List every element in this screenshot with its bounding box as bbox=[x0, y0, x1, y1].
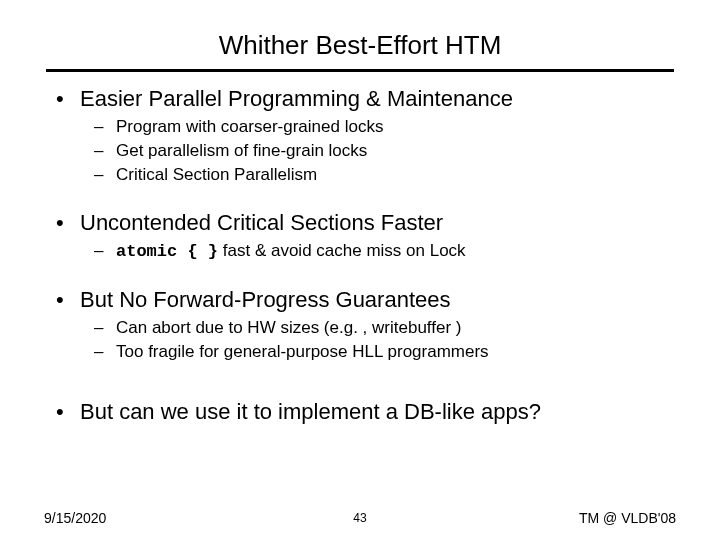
sub-bullet-text: atomic { } fast & avoid cache miss on Lo… bbox=[116, 240, 466, 263]
bullet-glyph: • bbox=[56, 86, 80, 112]
bullet-item: • But can we use it to implement a DB-li… bbox=[56, 399, 664, 425]
sub-bullet-item: – Critical Section Parallelism bbox=[94, 164, 664, 186]
sub-bullet-glyph: – bbox=[94, 116, 116, 138]
sub-bullet-glyph: – bbox=[94, 240, 116, 262]
bullet-item: • Easier Parallel Programming & Maintena… bbox=[56, 86, 664, 186]
footer-page: 43 bbox=[353, 511, 366, 525]
sub-bullet-rest: fast & avoid cache miss on Lock bbox=[218, 241, 466, 260]
sub-bullet-glyph: – bbox=[94, 341, 116, 363]
bullet-list-level1: • Easier Parallel Programming & Maintena… bbox=[56, 86, 664, 425]
title-rule bbox=[46, 69, 674, 72]
sub-bullet-item: – Get parallelism of fine-grain locks bbox=[94, 140, 664, 162]
sub-bullet-item: – Can abort due to HW sizes (e.g. , writ… bbox=[94, 317, 664, 339]
code-span: atomic { } bbox=[116, 242, 218, 261]
bullet-text: But can we use it to implement a DB-like… bbox=[80, 399, 541, 425]
slide-content: • Easier Parallel Programming & Maintena… bbox=[38, 86, 682, 425]
bullet-list-level2: – Can abort due to HW sizes (e.g. , writ… bbox=[94, 317, 664, 363]
sub-bullet-glyph: – bbox=[94, 164, 116, 186]
bullet-text: Uncontended Critical Sections Faster bbox=[80, 210, 443, 236]
bullet-list-level2: – atomic { } fast & avoid cache miss on … bbox=[94, 240, 664, 263]
sub-bullet-glyph: – bbox=[94, 140, 116, 162]
bullet-row: • Easier Parallel Programming & Maintena… bbox=[56, 86, 664, 112]
sub-bullet-text: Program with coarser-grained locks bbox=[116, 116, 383, 138]
footer-date: 9/15/2020 bbox=[44, 510, 106, 526]
sub-bullet-item: – atomic { } fast & avoid cache miss on … bbox=[94, 240, 664, 263]
bullet-item: • But No Forward-Progress Guarantees – C… bbox=[56, 287, 664, 363]
sub-bullet-text: Too fragile for general-purpose HLL prog… bbox=[116, 341, 489, 363]
bullet-glyph: • bbox=[56, 210, 80, 236]
bullet-text: But No Forward-Progress Guarantees bbox=[80, 287, 451, 313]
bullet-list-level2: – Program with coarser-grained locks – G… bbox=[94, 116, 664, 186]
sub-bullet-item: – Too fragile for general-purpose HLL pr… bbox=[94, 341, 664, 363]
bullet-row: • But can we use it to implement a DB-li… bbox=[56, 399, 664, 425]
bullet-item: • Uncontended Critical Sections Faster –… bbox=[56, 210, 664, 263]
footer-venue: TM @ VLDB'08 bbox=[579, 510, 676, 526]
sub-bullet-item: – Program with coarser-grained locks bbox=[94, 116, 664, 138]
slide: Whither Best-Effort HTM • Easier Paralle… bbox=[0, 0, 720, 540]
slide-title: Whither Best-Effort HTM bbox=[38, 0, 682, 69]
bullet-glyph: • bbox=[56, 287, 80, 313]
slide-footer: 9/15/2020 43 TM @ VLDB'08 bbox=[0, 510, 720, 526]
sub-bullet-text: Get parallelism of fine-grain locks bbox=[116, 140, 367, 162]
sub-bullet-glyph: – bbox=[94, 317, 116, 339]
sub-bullet-text: Can abort due to HW sizes (e.g. , writeb… bbox=[116, 317, 462, 339]
bullet-row: • But No Forward-Progress Guarantees bbox=[56, 287, 664, 313]
sub-bullet-text: Critical Section Parallelism bbox=[116, 164, 317, 186]
bullet-text: Easier Parallel Programming & Maintenanc… bbox=[80, 86, 513, 112]
bullet-row: • Uncontended Critical Sections Faster bbox=[56, 210, 664, 236]
bullet-glyph: • bbox=[56, 399, 80, 425]
